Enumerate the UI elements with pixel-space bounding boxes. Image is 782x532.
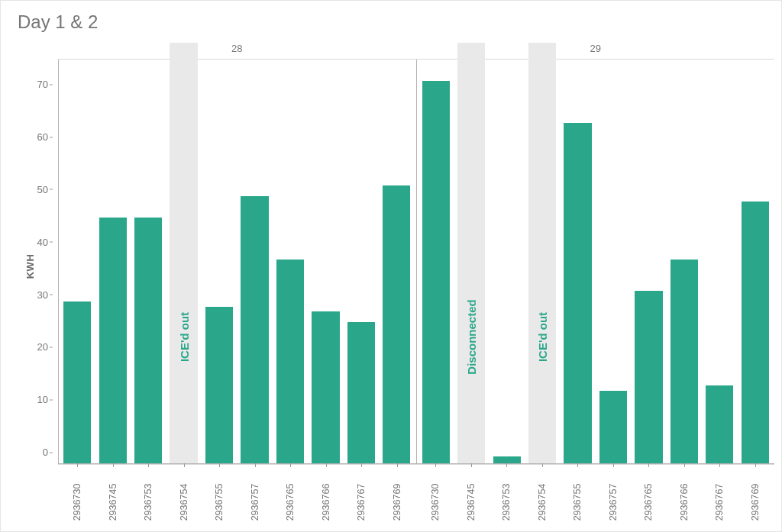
bar xyxy=(312,311,339,464)
bar-slot xyxy=(489,60,524,464)
ghost-label: ICE'd out xyxy=(177,312,190,362)
bar xyxy=(134,218,162,465)
x-tick: 2936730 xyxy=(60,463,95,532)
panels-container: 28ICE'd out29DisconnectedICE'd out xyxy=(58,60,774,464)
x-tick: 2936754 xyxy=(525,463,561,532)
x-tick: 2936755 xyxy=(202,463,238,532)
x-tick-panel: 2936730293674529367532936754293675529367… xyxy=(416,463,774,532)
ghost-label: ICE'd out xyxy=(536,312,549,362)
ghost-bar: Disconnected xyxy=(457,43,485,464)
bar-slot xyxy=(60,60,95,464)
bar-slot: ICE'd out xyxy=(166,60,201,464)
x-tick: 2936766 xyxy=(667,463,703,532)
x-tick: 2936755 xyxy=(560,463,596,532)
bars-row: DisconnectedICE'd out xyxy=(417,60,775,464)
bar-slot: Disconnected xyxy=(454,60,489,464)
bar-slot xyxy=(131,60,166,464)
x-tick-panel: 2936730293674529367532936754293675529367… xyxy=(58,463,416,532)
bar-slot: ICE'd out xyxy=(525,60,560,464)
x-tick: 2936753 xyxy=(131,463,166,532)
bar xyxy=(347,322,375,464)
x-tick: 2936753 xyxy=(489,463,525,532)
panel: 28ICE'd out xyxy=(58,60,416,464)
bar-slot xyxy=(202,60,237,464)
bar-slot xyxy=(631,60,666,464)
x-tick: 2936757 xyxy=(596,463,632,532)
y-tick: 40 xyxy=(37,236,48,247)
x-tick: 2936765 xyxy=(631,463,667,532)
x-tick: 2936765 xyxy=(273,463,309,532)
bars-row: ICE'd out xyxy=(58,60,416,464)
bar xyxy=(706,385,733,464)
chart-title: Day 1 & 2 xyxy=(18,11,98,33)
bar-slot xyxy=(738,60,773,464)
chart-frame: Day 1 & 2 KWH 010203040506070 28ICE'd ou… xyxy=(0,0,782,532)
x-tick: 2936769 xyxy=(380,463,415,532)
plot-area: 28ICE'd out29DisconnectedICE'd out xyxy=(58,59,774,465)
x-tick: 2936769 xyxy=(738,463,774,532)
bar-slot xyxy=(702,60,737,464)
bar-slot xyxy=(596,60,631,464)
y-tick: 50 xyxy=(37,183,48,195)
bar-slot xyxy=(308,60,343,464)
ghost-label: Disconnected xyxy=(465,299,478,374)
y-tick: 10 xyxy=(37,394,48,405)
ghost-bar: ICE'd out xyxy=(528,43,556,464)
bar-slot xyxy=(560,60,595,464)
bar xyxy=(383,185,410,464)
x-tick: 2936745 xyxy=(454,463,490,532)
y-tick: 70 xyxy=(37,79,48,90)
bar-slot xyxy=(667,60,702,464)
bar xyxy=(99,218,127,465)
bar xyxy=(422,81,450,464)
x-tick: 2936754 xyxy=(166,463,202,532)
bar xyxy=(599,391,627,464)
bar-slot xyxy=(273,60,308,464)
y-tick: 30 xyxy=(37,289,48,300)
x-tick: 2936767 xyxy=(702,463,738,532)
bar xyxy=(635,291,662,464)
y-axis-ticks: 010203040506070 xyxy=(1,59,54,463)
bar-slot xyxy=(237,60,272,464)
x-tick: 2936745 xyxy=(95,463,131,532)
panel-header: 28 xyxy=(58,43,416,54)
bar xyxy=(742,202,769,464)
panel: 29DisconnectedICE'd out xyxy=(416,60,775,464)
bar xyxy=(205,307,233,464)
x-tick: 2936757 xyxy=(238,463,273,532)
bar-slot xyxy=(379,60,414,464)
bar xyxy=(276,260,304,464)
bar xyxy=(63,301,91,464)
x-tick: 2936766 xyxy=(309,463,344,532)
bar xyxy=(241,196,268,464)
y-tick: 60 xyxy=(37,131,48,143)
y-tick: 0 xyxy=(43,447,48,458)
bar-slot xyxy=(95,60,130,464)
bar-slot xyxy=(418,60,454,464)
ghost-bar: ICE'd out xyxy=(170,43,197,464)
bar-slot xyxy=(344,60,379,464)
x-tick: 2936730 xyxy=(418,463,454,532)
bar xyxy=(671,260,698,464)
x-axis-ticks: 2936730293674529367532936754293675529367… xyxy=(58,463,774,532)
y-tick: 20 xyxy=(37,341,48,353)
bar xyxy=(564,123,591,464)
x-tick: 2936767 xyxy=(344,463,380,532)
